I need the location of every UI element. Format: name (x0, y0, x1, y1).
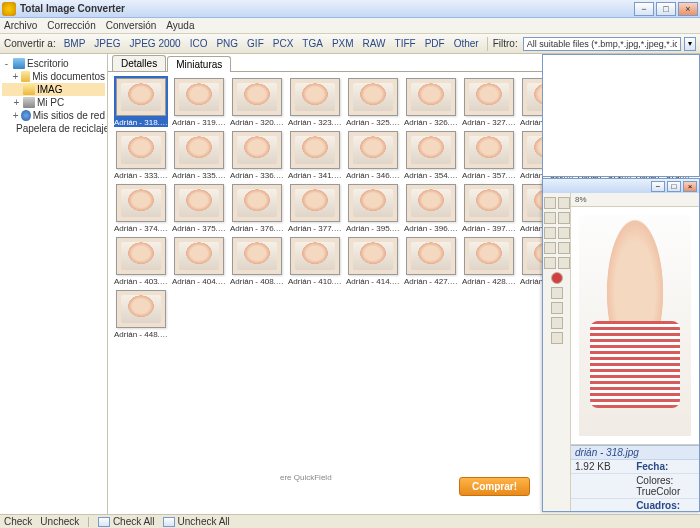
thumbnail[interactable]: Adrián - 336.jpg (230, 131, 284, 180)
thumb-image (348, 78, 398, 116)
tree-item-4[interactable]: +Mis sitios de red (2, 109, 105, 122)
tree-item-0[interactable]: -Escritorio (2, 57, 105, 70)
thumbnail[interactable]: Adrián - 357.jpg (462, 131, 516, 180)
tool-hand-icon[interactable] (558, 197, 570, 209)
editor-close-button[interactable]: × (683, 181, 697, 192)
tree-item-2[interactable]: IMAG (2, 83, 105, 96)
thumbnail[interactable]: Adrián - 408.jpg (230, 237, 284, 286)
maximize-button[interactable]: □ (656, 2, 676, 16)
thumbnail[interactable]: Adrián - 320.jpg (230, 78, 284, 127)
editor-max-button[interactable]: □ (667, 181, 681, 192)
fmt-raw[interactable]: RAW (360, 37, 389, 50)
filter-combobox[interactable] (523, 37, 681, 51)
thumbnail[interactable]: Adrián - 410.jpg (288, 237, 342, 286)
tree-item-3[interactable]: +Mi PC (2, 96, 105, 109)
thumbnail[interactable]: Adrián - 354.jpg (404, 131, 458, 180)
tool-effects-icon[interactable] (551, 317, 563, 329)
fmt-ico[interactable]: ICO (187, 37, 211, 50)
thumbnail[interactable]: Adrián - 376.jpg (230, 184, 284, 233)
status-uncheckall[interactable]: Uncheck All (178, 516, 230, 527)
thumb-caption: Adrián - 396.jpg (404, 224, 458, 233)
filter-dropdown-icon[interactable]: ▾ (684, 37, 696, 51)
thumbnail[interactable]: Adrián - 427.jpg (404, 237, 458, 286)
thumbnail[interactable]: Adrián - 428.jpg (462, 237, 516, 286)
fmt-other[interactable]: Other (451, 37, 482, 50)
thumbnail[interactable]: Adrián - 448.jpg (114, 290, 168, 339)
tool-rotate-r-icon[interactable] (558, 227, 570, 239)
convert-button[interactable]: Comprar! (459, 477, 530, 496)
uncheckall-icon[interactable] (163, 517, 175, 527)
fmt-pdf[interactable]: PDF (422, 37, 448, 50)
info-colores-v: TrueColor (636, 486, 680, 497)
thumbnail[interactable]: Adrián - 318.jpg (114, 78, 168, 127)
tool-flip-v-icon[interactable] (558, 242, 570, 254)
thumbnail[interactable]: Adrián - 319.jpg (172, 78, 226, 127)
tool-text-icon[interactable] (558, 257, 570, 269)
thumbnail[interactable]: Adrián - 326.jpg (404, 78, 458, 127)
thumbnail[interactable]: Adrián - 377.jpg (288, 184, 342, 233)
tool-brush-icon[interactable] (544, 257, 556, 269)
tool-color-icon[interactable] (551, 272, 563, 284)
thumbnail[interactable]: Adrián - 404.jpg (172, 237, 226, 286)
tree-label: Papelera de reciclaje (16, 123, 108, 134)
expand-icon[interactable]: + (12, 71, 19, 82)
thumbnail[interactable]: Adrián - 335.jpg (172, 131, 226, 180)
folder-tree: -Escritorio+Mis documentosIMAG+Mi PC+Mis… (0, 54, 108, 514)
editor-min-button[interactable]: − (651, 181, 665, 192)
thumbnail[interactable]: Adrián - 396.jpg (404, 184, 458, 233)
menu-archivo[interactable]: Archivo (4, 20, 37, 31)
tree-item-5[interactable]: Papelera de reciclaje (2, 122, 105, 135)
tool-undo-icon[interactable] (551, 332, 563, 344)
fmt-pcx[interactable]: PCX (270, 37, 297, 50)
expand-icon[interactable]: + (12, 97, 21, 108)
menu-ayuda[interactable]: Ayuda (166, 20, 194, 31)
fmt-jpeg[interactable]: JPEG (91, 37, 123, 50)
tool-resize-icon[interactable] (551, 302, 563, 314)
tool-grid-icon[interactable] (551, 287, 563, 299)
tool-flip-h-icon[interactable] (544, 242, 556, 254)
thumbnail[interactable]: Adrián - 375.jpg (172, 184, 226, 233)
fmt-pxm[interactable]: PXM (329, 37, 357, 50)
tool-zoom-icon[interactable] (544, 212, 556, 224)
editor-preview[interactable] (571, 207, 699, 445)
thumbnail[interactable]: Adrián - 397.jpg (462, 184, 516, 233)
thumb-caption: Adrián - 326.jpg (404, 118, 458, 127)
menu-correccion[interactable]: Corrección (47, 20, 95, 31)
tool-rotate-l-icon[interactable] (544, 227, 556, 239)
thumbnail[interactable]: Adrián - 395.jpg (346, 184, 400, 233)
status-check[interactable]: Check (4, 516, 32, 527)
fmt-tga[interactable]: TGA (299, 37, 326, 50)
tool-crop-icon[interactable] (558, 212, 570, 224)
thumb-image (348, 237, 398, 275)
thumb-caption: Adrián - 335.jpg (172, 171, 226, 180)
fmt-gif[interactable]: GIF (244, 37, 267, 50)
status-uncheck[interactable]: Uncheck (40, 516, 79, 527)
thumb-caption: Adrián - 403.jpg (114, 277, 168, 286)
thumb-caption: Adrián - 427.jpg (404, 277, 458, 286)
status-checkall[interactable]: Check All (113, 516, 155, 527)
expand-icon[interactable]: + (12, 110, 19, 121)
fmt-bmp[interactable]: BMP (61, 37, 89, 50)
tool-select-icon[interactable] (544, 197, 556, 209)
thumbnail[interactable]: Adrián - 374.jpg (114, 184, 168, 233)
minimize-button[interactable]: − (634, 2, 654, 16)
menu-conversion[interactable]: Conversión (106, 20, 157, 31)
thumbnail[interactable]: Adrián - 333.jpg (114, 131, 168, 180)
thumbnail[interactable]: Adrián - 346.jpg (346, 131, 400, 180)
thumbnail[interactable]: Adrián - 325.jpg (346, 78, 400, 127)
thumbnail[interactable]: Adrián - 341.jpg (288, 131, 342, 180)
thumbnail[interactable]: Adrián - 323.jpg (288, 78, 342, 127)
tab-detalles[interactable]: Detalles (112, 55, 166, 71)
tab-miniaturas[interactable]: Miniaturas (167, 56, 231, 72)
thumbnail[interactable]: Adrián - 414.jpg (346, 237, 400, 286)
fmt-png[interactable]: PNG (213, 37, 241, 50)
tree-item-1[interactable]: +Mis documentos (2, 70, 105, 83)
checkall-icon[interactable] (98, 517, 110, 527)
fmt-jpeg2000[interactable]: JPEG 2000 (126, 37, 183, 50)
close-button[interactable]: × (678, 2, 698, 16)
fmt-tiff[interactable]: TIFF (392, 37, 419, 50)
expand-icon[interactable]: - (2, 58, 11, 69)
thumbnail[interactable]: Adrián - 327.jpg (462, 78, 516, 127)
thumbnail[interactable]: Adrián - 403.jpg (114, 237, 168, 286)
thumb-image (290, 78, 340, 116)
